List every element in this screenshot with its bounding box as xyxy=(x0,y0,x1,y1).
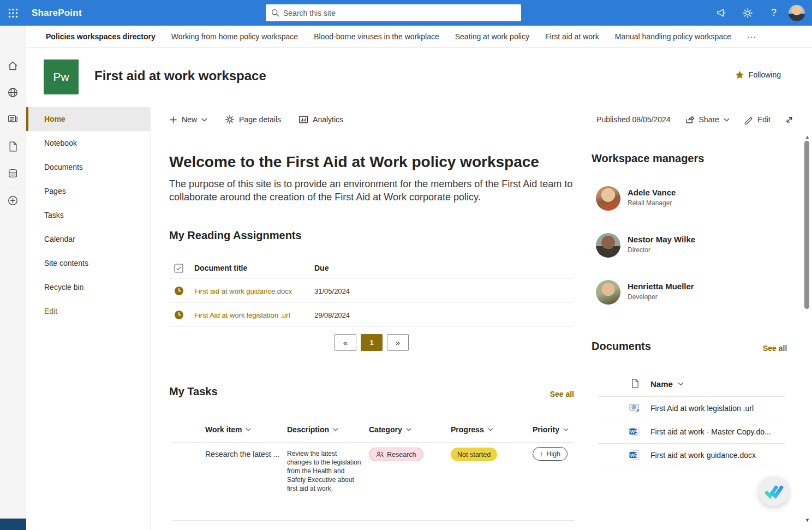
next-page-button[interactable]: » xyxy=(387,334,409,351)
task-priority-pill[interactable]: ↑ High xyxy=(533,447,568,461)
rail-home-button[interactable] xyxy=(0,54,26,77)
reading-doc-link[interactable]: First aid at work guidance.docx xyxy=(194,287,292,295)
app-launcher-button[interactable] xyxy=(0,0,26,26)
nav-edit-link[interactable]: Edit xyxy=(26,299,150,323)
column-work-item[interactable]: Work item xyxy=(205,425,251,434)
column-document-title[interactable]: Document title xyxy=(194,264,247,272)
waffle-icon xyxy=(8,8,18,18)
help-icon: ? xyxy=(771,7,777,19)
column-priority[interactable]: Priority xyxy=(533,425,569,434)
tasks-row-divider xyxy=(172,520,574,521)
tasks-see-all-wrap: See all xyxy=(169,389,574,399)
scrollbar-down-arrow[interactable]: ▼ xyxy=(805,517,810,523)
search-icon xyxy=(271,9,279,17)
nav-item-tasks[interactable]: Tasks xyxy=(26,203,150,227)
page-details-button[interactable]: Page details xyxy=(225,115,281,124)
people-icon xyxy=(376,451,384,458)
reading-row: First aid at work guidance.docx 31/05/20… xyxy=(169,279,574,303)
search-box[interactable] xyxy=(266,4,521,21)
svg-text:W: W xyxy=(630,429,635,434)
documents-divider xyxy=(598,443,785,444)
column-label: Category xyxy=(369,425,402,434)
document-link[interactable]: First aid at work - Master Copy.do... xyxy=(650,427,771,436)
column-category[interactable]: Category xyxy=(369,425,411,434)
documents-see-all-link[interactable]: See all xyxy=(763,344,787,353)
command-bar-right: Published 08/05/2024 Share Edit xyxy=(596,108,794,132)
search-input[interactable] xyxy=(283,9,516,17)
column-description[interactable]: Description xyxy=(287,425,338,434)
rail-news-button[interactable] xyxy=(0,107,26,130)
chevron-down-icon xyxy=(406,428,411,431)
hub-tab-manual-handling[interactable]: Manual handling policy workspace xyxy=(615,32,731,41)
documents-column-name[interactable]: Name xyxy=(650,379,684,389)
hub-tab-blood-borne-viruses[interactable]: Blood-borne viruses in the workplace xyxy=(314,32,439,41)
tasks-see-all-link[interactable]: See all xyxy=(550,390,574,398)
new-label: New xyxy=(182,115,197,124)
column-due[interactable]: Due xyxy=(314,264,329,272)
analytics-button[interactable]: Analytics xyxy=(298,115,343,124)
clock-icon xyxy=(174,286,184,296)
document-link[interactable]: First aid at work guidance.docx xyxy=(650,451,756,460)
task-category-pill[interactable]: Research xyxy=(369,448,423,461)
hub-tab-first-aid-at-work[interactable]: First aid at work xyxy=(545,32,599,41)
hub-tab-seating-at-work[interactable]: Seating at work policy xyxy=(455,32,529,41)
command-bar: New Page details Analytics xyxy=(169,108,343,132)
rail-pages-button[interactable] xyxy=(0,135,26,158)
avatar xyxy=(596,186,620,211)
new-button[interactable]: New xyxy=(169,115,207,124)
documents-title: Documents xyxy=(592,340,651,353)
hub-tab-working-from-home[interactable]: Working from home policy workspace xyxy=(171,32,298,41)
site-nav: Home Notebook Documents Pages Tasks Cale… xyxy=(26,107,151,530)
nav-item-home[interactable]: Home xyxy=(26,107,150,131)
chevron-down-icon xyxy=(724,118,730,122)
hub-tabs-overflow-button[interactable]: ··· xyxy=(747,32,756,41)
megaphone-icon xyxy=(716,7,727,19)
rail-lists-button[interactable] xyxy=(0,162,26,184)
nav-item-site-contents[interactable]: Site contents xyxy=(26,251,150,275)
rail-sites-button[interactable] xyxy=(0,81,26,104)
nav-item-calendar[interactable]: Calendar xyxy=(26,227,150,251)
chevron-down-icon xyxy=(678,382,684,386)
account-avatar[interactable] xyxy=(789,5,805,21)
document-link[interactable]: First Aid at work legislation .url xyxy=(650,404,754,413)
expand-page-button[interactable] xyxy=(785,115,794,124)
nav-item-documents[interactable]: Documents xyxy=(26,155,150,179)
task-progress-label: Not started xyxy=(457,451,491,458)
nav-item-pages[interactable]: Pages xyxy=(26,179,150,203)
tasks-app-fab[interactable] xyxy=(759,476,789,507)
column-progress[interactable]: Progress xyxy=(451,425,493,434)
rail-create-button[interactable] xyxy=(0,189,26,212)
site-logo[interactable]: Pw xyxy=(44,59,79,94)
following-button[interactable]: Following xyxy=(735,70,781,79)
nav-item-recycle-bin[interactable]: Recycle bin xyxy=(26,275,150,299)
nav-item-notebook[interactable]: Notebook xyxy=(26,131,150,155)
manager-card[interactable]: Adele Vance Retail Manager xyxy=(596,186,792,212)
edit-page-button[interactable]: Edit xyxy=(744,115,771,124)
column-label: Priority xyxy=(533,425,559,434)
star-icon xyxy=(735,70,744,79)
reading-doc-link[interactable]: First Aid at work legislation .url xyxy=(194,311,290,319)
chevron-down-icon xyxy=(246,428,251,431)
file-type-column-icon xyxy=(630,378,640,389)
brand-label[interactable]: SharePoint xyxy=(32,8,82,19)
manager-role: Developer xyxy=(628,293,658,301)
manager-card[interactable]: Henrietta Mueller Developer xyxy=(596,280,792,306)
settings-button[interactable] xyxy=(735,0,761,26)
documents-divider xyxy=(598,396,785,397)
scrollbar-thumb[interactable] xyxy=(804,141,809,309)
manager-card[interactable]: Nestor May Wilke Director xyxy=(596,233,792,259)
share-button[interactable]: Share xyxy=(685,115,730,124)
task-work-item[interactable]: Research the latest ... xyxy=(205,450,279,458)
task-progress-pill[interactable]: Not started xyxy=(451,448,497,461)
manager-name: Nestor May Wilke xyxy=(628,235,695,244)
help-button[interactable]: ? xyxy=(761,0,787,26)
share-label: Share xyxy=(699,115,719,124)
select-all-checkbox[interactable] xyxy=(174,264,183,273)
current-page-button[interactable]: 1 xyxy=(361,334,383,351)
plus-circle-icon xyxy=(7,195,19,206)
hub-tab-policies-directory[interactable]: Policies workspaces directory xyxy=(46,32,156,41)
workspace-managers-title: Workspace managers xyxy=(592,152,704,165)
previous-page-button[interactable]: « xyxy=(335,334,356,351)
announcements-button[interactable] xyxy=(708,0,735,26)
scrollbar-up-arrow[interactable]: ▲ xyxy=(805,134,810,140)
